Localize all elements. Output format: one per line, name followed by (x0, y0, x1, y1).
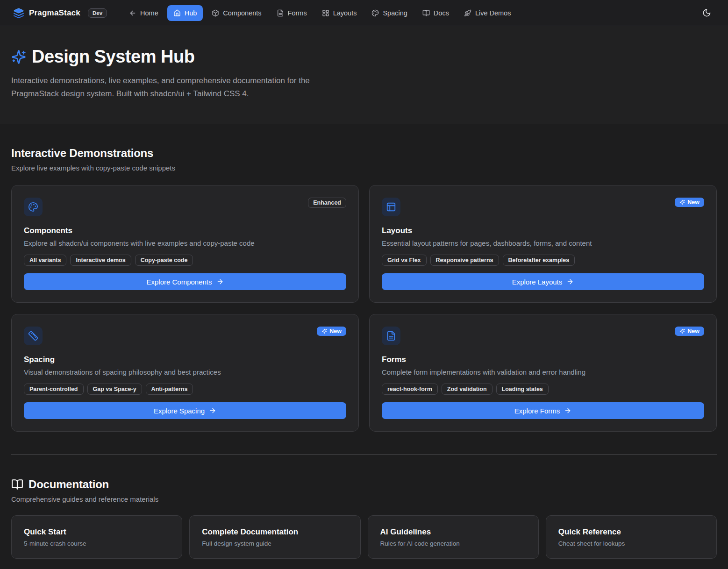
main-content: Interactive Demonstrations Explore live … (0, 124, 728, 568)
sparkles-icon (679, 199, 685, 205)
hero-section: Design System Hub Interactive demonstrat… (0, 26, 728, 124)
status-badge: New (675, 198, 704, 207)
tag: Grid vs Flex (382, 255, 427, 266)
brand-name: PragmaStack (29, 8, 80, 18)
moon-icon (702, 8, 711, 17)
arrow-right-icon (564, 407, 571, 414)
top-navbar: PragmaStack Dev Home Hub Components Fo (0, 0, 728, 26)
demos-heading: Interactive Demonstrations (11, 147, 717, 160)
ruler-icon (24, 327, 43, 345)
arrow-right-icon (209, 407, 216, 414)
tag: Zod validation (442, 384, 492, 395)
doc-card-quick-start[interactable]: Quick Start 5-minute crash course (11, 515, 182, 559)
status-badge: New (675, 327, 704, 336)
docs-heading: Documentation (29, 478, 109, 491)
page-title: Design System Hub (32, 47, 194, 67)
section-divider (11, 454, 717, 455)
card-title: Layouts (382, 226, 704, 235)
brand[interactable]: PragmaStack Dev (13, 7, 107, 19)
status-badge: New (317, 327, 346, 336)
nav-label: Hub (185, 9, 197, 17)
tag: All variants (24, 255, 66, 266)
env-badge: Dev (88, 8, 107, 18)
layout-grid-icon (322, 9, 329, 17)
nav-label: Forms (288, 9, 307, 17)
nav-item-components[interactable]: Components (206, 5, 267, 21)
doc-card-description: Cheat sheet for lookups (558, 540, 704, 547)
doc-card-description: Rules for AI code generation (380, 540, 526, 547)
nav-label: Home (140, 9, 158, 17)
nav-item-home[interactable]: Home (123, 5, 164, 21)
nav-item-forms[interactable]: Forms (271, 5, 313, 21)
panels-top-left-icon (382, 198, 400, 216)
tag: Copy-paste code (135, 255, 193, 266)
rocket-icon (464, 9, 471, 17)
layers-logo-icon (13, 7, 24, 19)
card-title: Components (24, 226, 346, 235)
card-spacing: New Spacing Visual demonstrations of spa… (11, 314, 359, 432)
doc-card-complete-documentation[interactable]: Complete Documentation Full design syste… (189, 515, 360, 559)
theme-toggle-button[interactable] (698, 5, 715, 21)
button-label: Explore Layouts (512, 278, 563, 286)
doc-card-title: AI Guidelines (380, 527, 526, 537)
file-text-icon (277, 9, 284, 17)
card-layouts: New Layouts Essential layout patterns fo… (369, 185, 717, 303)
badge-label: New (329, 328, 342, 334)
nav-item-docs[interactable]: Docs (416, 5, 455, 21)
tag: Gap vs Space-y (87, 384, 142, 395)
main-nav: Home Hub Components Forms Layouts (123, 5, 517, 21)
card-title: Spacing (24, 355, 346, 364)
demo-card-grid: Enhanced Components Explore all shadcn/u… (11, 185, 717, 432)
documentation-section: Documentation Comprehensive guides and r… (11, 478, 717, 559)
arrow-right-icon (566, 278, 574, 285)
nav-label: Spacing (383, 9, 407, 17)
sparkles-icon (11, 50, 26, 64)
file-text-icon (382, 327, 400, 345)
tag: react-hook-form (382, 384, 438, 395)
explore-forms-button[interactable]: Explore Forms (382, 402, 704, 419)
sparkles-icon (321, 328, 327, 334)
nav-item-live-demos[interactable]: Live Demos (458, 5, 517, 21)
demos-subheading: Explore live examples with copy-paste co… (11, 164, 717, 172)
card-components: Enhanced Components Explore all shadcn/u… (11, 185, 359, 303)
book-open-icon (11, 478, 23, 491)
doc-card-quick-reference[interactable]: Quick Reference Cheat sheet for lookups (546, 515, 717, 559)
sparkles-icon (679, 328, 685, 334)
doc-card-title: Complete Documentation (202, 527, 348, 537)
nav-label: Live Demos (475, 9, 511, 17)
status-badge: Enhanced (308, 198, 346, 208)
card-description: Essential layout patterns for pages, das… (382, 239, 704, 247)
button-label: Explore Components (146, 278, 212, 286)
tag: Before/after examples (503, 255, 575, 266)
doc-card-title: Quick Start (24, 527, 170, 537)
box-icon (212, 9, 219, 17)
doc-card-description: Full design system guide (202, 540, 348, 547)
arrow-left-icon (129, 9, 136, 17)
explore-components-button[interactable]: Explore Components (24, 273, 346, 290)
doc-card-ai-guidelines[interactable]: AI Guidelines Rules for AI code generati… (368, 515, 539, 559)
doc-card-grid: Quick Start 5-minute crash course Comple… (11, 515, 717, 559)
palette-icon (371, 9, 379, 17)
button-label: Explore Spacing (154, 407, 205, 415)
badge-label: New (687, 199, 699, 206)
card-forms: New Forms Complete form implementations … (369, 314, 717, 432)
card-title: Forms (382, 355, 704, 364)
house-icon (173, 9, 181, 17)
nav-item-spacing[interactable]: Spacing (365, 5, 413, 21)
nav-item-hub[interactable]: Hub (167, 5, 203, 21)
explore-layouts-button[interactable]: Explore Layouts (382, 273, 704, 290)
doc-card-description: 5-minute crash course (24, 540, 170, 547)
tag: Anti-patterns (146, 384, 193, 395)
arrow-right-icon (216, 278, 224, 285)
book-open-icon (422, 9, 430, 17)
palette-icon (24, 198, 43, 216)
nav-label: Docs (434, 9, 449, 17)
badge-label: New (687, 328, 699, 334)
tag: Loading states (496, 384, 549, 395)
nav-item-layouts[interactable]: Layouts (316, 5, 363, 21)
explore-spacing-button[interactable]: Explore Spacing (24, 402, 346, 419)
doc-card-title: Quick Reference (558, 527, 704, 537)
page-subtitle: Interactive demonstrations, live example… (11, 74, 357, 100)
docs-subheading: Comprehensive guides and reference mater… (11, 495, 717, 503)
tag: Interactive demos (70, 255, 131, 266)
